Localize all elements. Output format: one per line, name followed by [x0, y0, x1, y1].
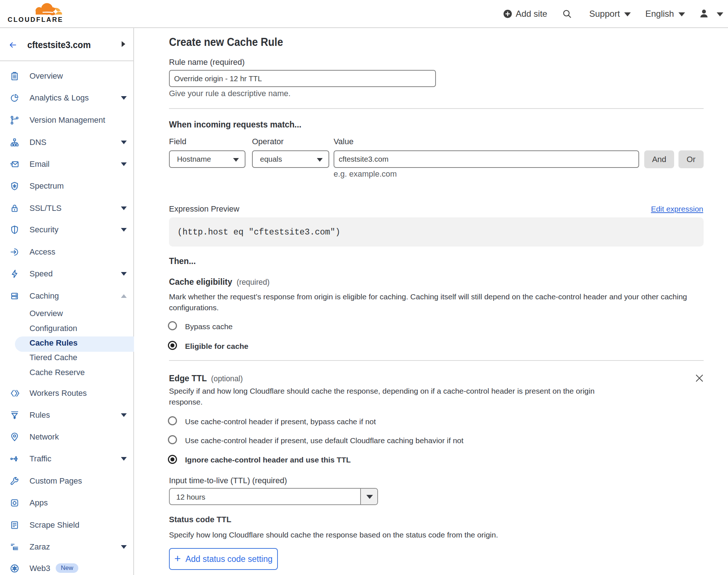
svg-text:CLOUDFLARE: CLOUDFLARE [8, 16, 63, 23]
